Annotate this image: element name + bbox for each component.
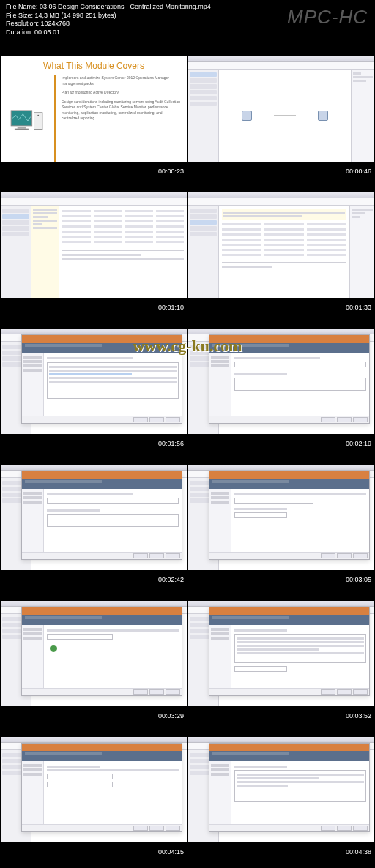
slide-bullet: Implement and optimize System Center 201…	[62, 75, 181, 86]
wizard-dialog	[21, 471, 182, 560]
thumb-timestamp: 00:03:05	[346, 576, 371, 583]
duration-label: Duration:	[6, 29, 33, 36]
thumb-timestamp: 00:02:42	[158, 576, 184, 583]
thumb-timestamp: 00:01:10	[158, 304, 184, 311]
thumbnail[interactable]: 00:03:52	[188, 586, 374, 721]
wizard-dialog	[21, 743, 182, 832]
thumbnail[interactable]: 00:02:19	[188, 314, 374, 449]
wizard-dialog	[209, 743, 370, 832]
filesize-value: 14,3 MB (14 998 251 bytes)	[35, 12, 116, 19]
app-logo: MPC-HC	[287, 6, 368, 29]
thumbnail[interactable]: 00:00:46	[188, 42, 374, 176]
thumb-timestamp: 00:00:46	[346, 168, 371, 175]
thumbnail[interactable]: 00:03:29	[1, 586, 187, 721]
resolution-label: Resolution:	[6, 20, 39, 27]
thumb-timestamp: 00:01:56	[158, 440, 184, 447]
thumbnail[interactable]: 00:04:38	[188, 722, 374, 857]
wizard-dialog	[209, 607, 370, 696]
thumbnail[interactable]: 00:03:05	[188, 450, 374, 585]
info-header: File Name: 03 06 Design Considerations -…	[0, 0, 375, 41]
slide-bullet: Plan for monitoring Active Directory	[62, 90, 181, 96]
thumbnail[interactable]: 00:01:56	[1, 314, 187, 449]
slide-bullet: Design considerations including monitori…	[62, 100, 181, 121]
thumbnail[interactable]: What This Module Covers Implem	[1, 42, 187, 176]
thumbnail[interactable]: 00:04:15	[1, 722, 187, 857]
check-icon	[50, 645, 57, 652]
thumb-timestamp: 00:04:15	[158, 848, 184, 856]
filename-value: 03 06 Design Considerations - Centralize…	[40, 3, 211, 10]
duration-value: 00:05:01	[34, 29, 60, 36]
slide-title: What This Module Covers	[7, 61, 181, 71]
thumbnail[interactable]: 00:01:33	[188, 178, 374, 313]
thumb-timestamp: 00:00:23	[158, 168, 184, 175]
thumb-timestamp: 00:01:33	[346, 304, 371, 311]
resolution-value: 1024x768	[41, 20, 70, 27]
thumbnail[interactable]: 00:01:10	[1, 178, 187, 313]
thumb-timestamp: 00:02:19	[346, 440, 371, 447]
wizard-dialog	[21, 607, 182, 696]
thumb-timestamp: 00:03:29	[158, 712, 184, 719]
wizard-dialog	[209, 471, 370, 560]
svg-rect-1	[17, 127, 25, 129]
thumb-timestamp: 00:03:52	[346, 712, 371, 719]
wizard-dialog	[21, 334, 182, 424]
wizard-dialog	[209, 334, 370, 424]
filesize-label: File Size:	[6, 12, 33, 19]
monitor-icon	[10, 110, 45, 138]
topology-graph	[222, 72, 348, 159]
thumbnail-grid: What This Module Covers Implem	[0, 41, 375, 858]
svg-rect-0	[11, 111, 32, 126]
filename-label: File Name:	[6, 3, 38, 10]
thumb-timestamp: 00:04:38	[346, 848, 371, 856]
thumbnail[interactable]: 00:02:42	[1, 450, 187, 585]
svg-rect-2	[14, 129, 28, 130]
svg-point-4	[37, 115, 39, 116]
